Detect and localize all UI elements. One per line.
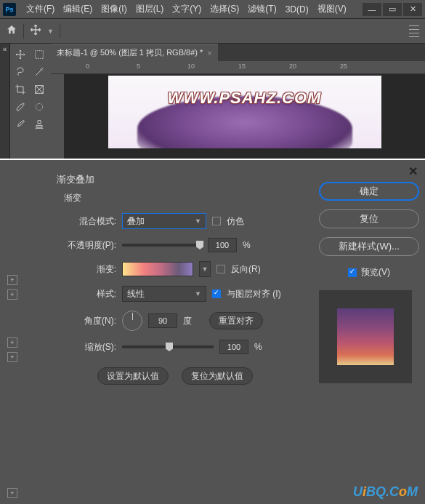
heal-tool[interactable] [31, 99, 48, 115]
menu-filter[interactable]: 滤镜(T) [243, 1, 280, 17]
reverse-label: 反向(R) [231, 263, 261, 276]
marquee-tool[interactable] [31, 47, 48, 63]
preview-checkbox[interactable] [348, 268, 357, 277]
site-watermark: UiBQ.CoM [353, 484, 418, 500]
window-maximize[interactable]: ▭ [383, 3, 402, 16]
percent-label: % [254, 342, 262, 352]
menu-image[interactable]: 图像(I) [97, 1, 131, 17]
effect-add-button[interactable]: + [7, 337, 17, 348]
style-label: 样式: [57, 288, 116, 300]
gradient-dropdown[interactable]: ▼ [199, 261, 211, 277]
section-title: 渐变叠加 [57, 173, 293, 186]
cancel-button[interactable]: 复位 [319, 209, 419, 228]
menu-view[interactable]: 视图(V) [313, 1, 351, 17]
divider [60, 24, 60, 39]
ok-button[interactable]: 确定 [319, 182, 419, 201]
crop-tool[interactable] [12, 81, 29, 97]
reset-default-button[interactable]: 复位为默认值 [182, 367, 253, 385]
effect-add-button[interactable]: + [7, 275, 17, 285]
scale-slider[interactable] [122, 345, 214, 348]
window-close[interactable]: ✕ [403, 3, 422, 16]
ruler-horizontal: 0 5 10 15 20 25 [51, 61, 425, 74]
opacity-input[interactable]: 100 [208, 238, 237, 252]
chevron-down-icon[interactable]: ▼ [47, 28, 54, 35]
angle-label: 角度(N): [57, 315, 116, 327]
stamp-tool[interactable] [31, 116, 48, 132]
document-tab[interactable]: 未标题-1 @ 50% (图层 1 拷贝, RGB/8#) * × [51, 44, 218, 61]
opacity-label: 不透明度(P): [57, 239, 116, 252]
preview-thumbnail [319, 290, 412, 383]
set-default-button[interactable]: 设置为默认值 [97, 367, 169, 385]
menu-layer[interactable]: 图层(L) [131, 1, 169, 17]
frame-tool[interactable] [31, 81, 48, 97]
menu-file[interactable]: 文件(F) [22, 1, 59, 17]
document-tab-title: 未标题-1 @ 50% (图层 1 拷贝, RGB/8#) * [57, 47, 203, 58]
image-watermark: WWW.PSAHZ.COM [108, 89, 381, 108]
toolbox [10, 44, 51, 160]
scale-input[interactable]: 100 [219, 340, 248, 354]
ruler-vertical [51, 74, 64, 160]
style-dropdown[interactable]: 线性 ▼ [122, 286, 206, 302]
dither-label: 仿色 [227, 215, 244, 228]
align-checkbox[interactable] [212, 289, 221, 298]
blend-mode-dropdown[interactable]: 叠加 ▼ [122, 213, 206, 229]
preview-label: 预览(V) [361, 266, 390, 279]
toolbox-collapse[interactable]: « [0, 44, 10, 160]
svg-rect-0 [36, 51, 44, 59]
canvas[interactable]: WWW.PSAHZ.COM [64, 74, 425, 160]
angle-input[interactable]: 90 [148, 313, 177, 328]
move-tool-icon[interactable] [30, 24, 41, 38]
menu-select[interactable]: 选择(S) [206, 1, 243, 17]
align-label: 与图层对齐 (I) [227, 288, 281, 300]
effect-add-button[interactable]: + [7, 289, 17, 300]
brush-tool[interactable] [12, 116, 29, 132]
svg-point-2 [36, 103, 42, 110]
effect-add-button[interactable]: + [7, 352, 17, 362]
menu-3d[interactable]: 3D(D) [281, 2, 313, 17]
menu-edit[interactable]: 编辑(E) [59, 1, 97, 17]
eyedropper-tool[interactable] [12, 99, 29, 115]
lasso-tool[interactable] [12, 64, 29, 80]
blend-mode-label: 混合模式: [57, 215, 116, 228]
scale-label: 缩放(S): [57, 341, 116, 353]
dither-checkbox[interactable] [212, 217, 221, 225]
menu-text[interactable]: 文字(Y) [168, 1, 206, 17]
dialog-close-icon[interactable]: ✕ [408, 164, 418, 178]
chevron-down-icon: ▼ [202, 265, 209, 273]
app-logo: Ps [3, 3, 16, 16]
layer-style-dialog: ✕ + + + + + 渐变叠加 渐变 混合模式: 叠加 ▼ 仿色 [0, 159, 425, 504]
options-menu-icon[interactable] [409, 25, 419, 37]
effect-add-button[interactable]: + [7, 488, 17, 498]
canvas-image: WWW.PSAHZ.COM [108, 76, 381, 148]
window-minimize[interactable]: — [363, 3, 381, 16]
gradient-preview[interactable] [122, 262, 193, 276]
tab-close-icon[interactable]: × [207, 49, 211, 57]
wand-tool[interactable] [31, 64, 48, 80]
move-tool[interactable] [12, 47, 29, 63]
reverse-checkbox[interactable] [216, 265, 225, 273]
gradient-label: 渐变: [57, 263, 116, 276]
chevron-down-icon: ▼ [195, 290, 201, 297]
angle-dial[interactable] [122, 311, 142, 331]
opacity-slider[interactable] [122, 244, 202, 247]
section-subtitle: 渐变 [64, 192, 293, 204]
divider [23, 24, 24, 39]
new-style-button[interactable]: 新建样式(W)... [319, 237, 419, 256]
degree-label: 度 [183, 315, 192, 327]
reset-align-button[interactable]: 重置对齐 [209, 312, 263, 329]
home-icon[interactable] [6, 24, 17, 38]
chevron-down-icon: ▼ [195, 217, 201, 225]
percent-label: % [243, 240, 251, 250]
